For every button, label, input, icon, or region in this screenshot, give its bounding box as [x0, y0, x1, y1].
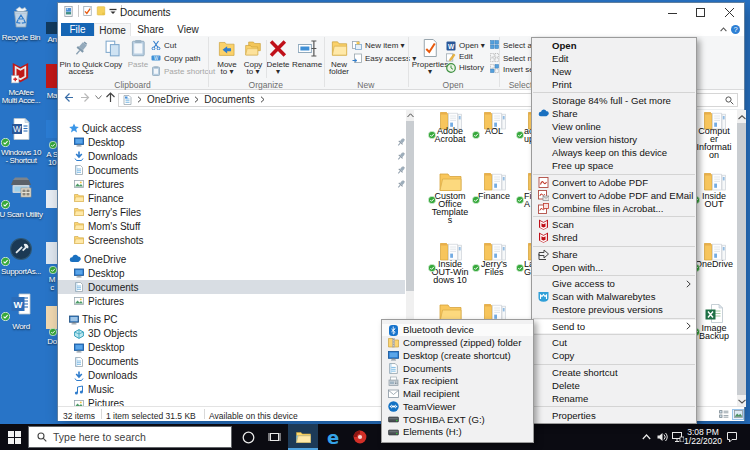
files-scroll-down-icon[interactable]: [737, 396, 746, 406]
nav-item-pictures[interactable]: Pictures: [74, 177, 124, 191]
context-menu-item-share[interactable]: Share: [532, 107, 696, 120]
context-menu-item-scan-with-malwarebytes[interactable]: Scan with Malwarebytes: [532, 290, 696, 303]
network-icon[interactable]: [671, 424, 685, 450]
minimize-button[interactable]: [658, 3, 688, 22]
file-item-comput-er-informati-on[interactable]: ComputerInformation: [692, 110, 736, 159]
ribbon-pin-button[interactable]: Pin to Quickaccess: [59, 39, 102, 75]
context-menu-item-restore-previous-versions[interactable]: Restore previous versions: [532, 303, 696, 316]
context-menu-item-create-shortcut[interactable]: Create shortcut: [532, 366, 696, 379]
tray-expand-icon[interactable]: [638, 424, 654, 450]
ribbon-copy-button[interactable]: Copy: [104, 39, 123, 68]
ribbon-collapse-icon[interactable]: [720, 27, 727, 32]
context-menu-item-open-with-[interactable]: Open with...: [532, 261, 696, 274]
nav-item-mom-s-stuff[interactable]: Mom's Stuff: [74, 219, 140, 233]
clipped-desktop-icon[interactable]: [46, 22, 57, 34]
context-menu-item-give-access-to[interactable]: Give access to: [532, 277, 696, 290]
context-menu-item-edit[interactable]: Edit: [532, 52, 696, 65]
system-icon[interactable]: [63, 6, 74, 17]
ribbon-properties-button[interactable]: Properties▾: [412, 39, 448, 75]
context-menu-item-send-to[interactable]: Send to: [532, 320, 696, 333]
context-menu-item-convert-to-adobe-pdf-and-email[interactable]: Convert to Adobe PDF and EMail: [532, 189, 696, 202]
nav-item-screenshots[interactable]: Screenshots: [74, 233, 144, 247]
nav-item-onedrive[interactable]: OneDrive: [69, 252, 126, 266]
context-menu-item-combine-files-in-acrobat-[interactable]: Combine files in Acrobat...: [532, 202, 696, 215]
context-menu-item-new[interactable]: New: [532, 65, 696, 78]
send-to-item-bluetooth-device[interactable]: Bluetooth device: [382, 324, 533, 337]
clipped-desktop-icon[interactable]: [46, 64, 57, 88]
ribbon-copyto-button[interactable]: Copyto ▾: [244, 39, 263, 75]
nav-item-documents[interactable]: Documents: [74, 280, 139, 294]
nav-item-3d-objects[interactable]: 3D Objects: [74, 327, 137, 341]
thumbnail-view-button[interactable]: [732, 409, 744, 420]
ribbon-copypath-button[interactable]: WCopy path: [151, 53, 200, 63]
send-to-item-desktop-create-shortcut-[interactable]: Desktop (create shortcut): [382, 349, 533, 362]
nav-item-quick-access[interactable]: Quick access: [69, 121, 141, 135]
maximize-button[interactable]: [685, 3, 715, 22]
cortana-button[interactable]: [236, 424, 260, 450]
tab-home[interactable]: Home: [94, 23, 131, 36]
red-app-taskbar-icon[interactable]: [347, 424, 373, 450]
context-menu-item-share[interactable]: Share: [532, 248, 696, 261]
ribbon-edit-button[interactable]: Edit: [446, 52, 473, 62]
nav-scrollbar-thumb[interactable]: [406, 121, 414, 291]
properties-qat-icon[interactable]: [83, 6, 92, 16]
context-menu-item-copy[interactable]: Copy: [532, 349, 696, 362]
nav-item-downloads[interactable]: Downloads: [74, 369, 137, 383]
nav-item-desktop[interactable]: Desktop: [74, 266, 125, 280]
tab-file[interactable]: File: [61, 23, 94, 36]
context-menu-item-always-keep-on-this-device[interactable]: Always keep on this device: [532, 146, 696, 159]
ribbon-cut-button[interactable]: Cut: [151, 40, 176, 50]
clipped-desktop-icon[interactable]: [46, 190, 57, 208]
ribbon-selectall-button[interactable]: Select all: [490, 40, 535, 50]
clipped-desktop-icon[interactable]: [46, 120, 57, 138]
details-view-button[interactable]: [718, 409, 730, 420]
send-to-item-toshiba-ext-g-[interactable]: TOSHIBA EXT (G:): [382, 413, 533, 426]
files-scrollbar-thumb[interactable]: [737, 123, 746, 395]
volume-icon[interactable]: [655, 424, 670, 450]
ribbon-rename-button[interactable]: Rename: [292, 39, 322, 68]
send-to-item-fax-recipient[interactable]: Fax recipient: [382, 375, 533, 388]
send-to-item-elements-h-[interactable]: Elements (H:): [382, 426, 533, 439]
back-icon[interactable]: [63, 92, 74, 103]
nav-item-desktop[interactable]: Desktop: [74, 135, 125, 149]
nav-item-documents[interactable]: Documents: [74, 163, 139, 177]
send-to-item-compressed-zipped-folder[interactable]: Compressed (zipped) folder: [382, 336, 533, 349]
ribbon-pasteshortcut-button[interactable]: Paste shortcut: [151, 66, 215, 76]
files-scroll-up-icon[interactable]: [737, 112, 746, 122]
nav-item-jerry-s-files[interactable]: Jerry's Files: [74, 205, 141, 219]
tab-share[interactable]: Share: [131, 23, 170, 36]
context-menu-item-open[interactable]: Open: [532, 39, 696, 52]
file-item-inside-out-win-dows-10[interactable]: InsideOUT-Windows 10: [428, 241, 472, 284]
breadcrumb-documents[interactable]: Documents: [204, 94, 255, 105]
context-menu-item-print[interactable]: Print: [532, 78, 696, 91]
context-menu-item-storage-84-full-get-more[interactable]: Storage 84% full - Get more: [532, 94, 696, 107]
nav-item-documents[interactable]: Documents: [74, 355, 139, 369]
qat-dropdown-icon[interactable]: [109, 8, 117, 15]
start-button[interactable]: [0, 424, 28, 450]
help-icon[interactable]: ?: [731, 25, 740, 34]
context-menu-item-scan[interactable]: Scan: [532, 218, 696, 231]
ribbon-newitem-button[interactable]: New item ▾: [352, 40, 405, 50]
nav-item-pictures[interactable]: Pictures: [74, 294, 124, 308]
send-to-item-documents[interactable]: Documents: [382, 362, 533, 375]
recent-locations-icon[interactable]: [95, 95, 102, 100]
taskbar-search[interactable]: Type here to search: [28, 426, 232, 448]
up-icon[interactable]: [105, 92, 116, 103]
nav-item-finance[interactable]: Finance: [74, 191, 124, 205]
send-to-item-teamviewer[interactable]: TeamViewer: [382, 400, 533, 413]
send-to-item-mail-recipient[interactable]: Mail recipient: [382, 387, 533, 400]
files-scrollbar[interactable]: [737, 110, 746, 407]
nav-item-music[interactable]: Music: [74, 383, 114, 397]
ribbon-newfolder-button[interactable]: Newfolder: [329, 39, 349, 75]
task-view-button[interactable]: [262, 424, 286, 450]
ribbon-paste-button[interactable]: Paste: [128, 39, 148, 68]
taskbar-clock[interactable]: 3:08 PM 1/22/2020: [684, 428, 722, 446]
context-menu-item-properties[interactable]: Properties: [532, 409, 696, 422]
forward-icon[interactable]: [80, 92, 91, 103]
context-menu-item-rename[interactable]: Rename: [532, 392, 696, 405]
nav-item-this-pc[interactable]: This PC: [69, 313, 118, 327]
clipped-desktop-icon[interactable]: [46, 242, 57, 264]
action-center-icon[interactable]: [722, 424, 742, 450]
context-menu-item-view-online[interactable]: View online: [532, 120, 696, 133]
ribbon-history-button[interactable]: History: [446, 63, 484, 73]
